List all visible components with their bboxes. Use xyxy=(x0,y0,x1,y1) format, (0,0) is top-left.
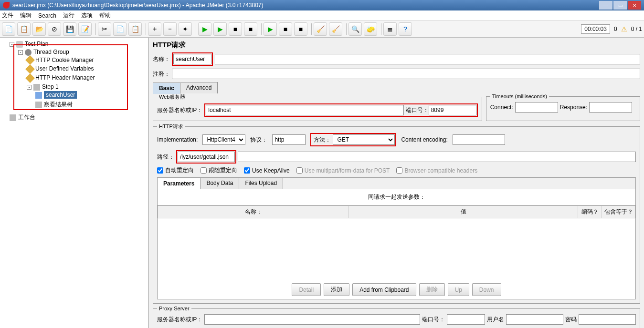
menu-file[interactable]: 文件 xyxy=(2,11,13,20)
menu-search[interactable]: Search xyxy=(38,12,56,19)
proxy-server-input[interactable] xyxy=(204,314,420,325)
http-request-fieldset: HTTP请求 Implementation: HttpClient4 协议： 方… xyxy=(153,123,640,304)
close-icon[interactable]: ⊘ xyxy=(48,22,61,36)
proxy-legend: Proxy Server xyxy=(157,306,191,311)
timer: 00:00:03 xyxy=(581,24,610,34)
config-tabs: Basic Advanced xyxy=(153,82,218,93)
tree-workbench[interactable]: 工作台 xyxy=(18,114,35,121)
cut-icon[interactable]: ✂ xyxy=(98,22,111,36)
tree-toggle[interactable]: - xyxy=(27,85,32,90)
minimize-button[interactable]: — xyxy=(599,1,612,10)
tab-basic[interactable]: Basic xyxy=(153,83,180,94)
open-icon[interactable]: 📂 xyxy=(32,22,46,36)
proxy-pass-input[interactable] xyxy=(579,314,636,325)
copy-icon[interactable]: 📄 xyxy=(113,22,127,36)
panel-heading: HTTP请求 xyxy=(153,41,640,50)
path-input-extend[interactable] xyxy=(238,152,636,162)
path-input[interactable] xyxy=(178,152,235,162)
delete-button[interactable]: 删除 xyxy=(419,283,445,296)
cb-follow-redirect[interactable]: 跟随重定向 xyxy=(201,166,237,174)
tree-threadgroup[interactable]: Thread Group xyxy=(33,49,69,55)
reset-search-icon[interactable]: 🧽 xyxy=(364,22,377,36)
tree-toggle[interactable]: - xyxy=(18,50,23,55)
menu-help[interactable]: 帮助 xyxy=(99,11,111,20)
tree-header-mgr[interactable]: HTTP Header Manager xyxy=(35,74,95,81)
editor-panel: HTTP请求 名称： 注释： Basic Advanced Web服务器 服务器… xyxy=(149,38,644,328)
tree-toggle[interactable]: - xyxy=(10,42,14,47)
server-label: 服务器名称或IP： xyxy=(157,106,202,114)
remote-start-icon[interactable]: ▶ xyxy=(264,22,277,36)
port-input[interactable] xyxy=(429,105,476,115)
menu-edit[interactable]: 编辑 xyxy=(20,11,32,20)
tree-user-vars[interactable]: User Defined Variables xyxy=(35,65,94,72)
proto-label: 协议： xyxy=(250,136,267,144)
tree-step1[interactable]: Step 1 xyxy=(42,83,59,90)
params-body[interactable] xyxy=(158,218,635,280)
name-input-extend[interactable] xyxy=(215,54,640,64)
proxy-user-input[interactable] xyxy=(506,314,563,325)
proxy-port-input[interactable] xyxy=(447,314,485,325)
save-as-icon[interactable]: 📝 xyxy=(78,22,92,36)
clear-all-icon[interactable]: 🧹 xyxy=(329,22,342,36)
help-icon[interactable]: ? xyxy=(399,22,412,36)
add-button[interactable]: 添加 xyxy=(324,283,349,296)
maximize-button[interactable]: ▭ xyxy=(613,1,627,10)
remote-stop-icon[interactable]: ■ xyxy=(279,22,292,36)
expand-icon[interactable]: ＋ xyxy=(148,22,161,36)
tab-body-data[interactable]: Body Data xyxy=(201,178,239,189)
cb-multipart[interactable]: Use multipart/form-data for POST xyxy=(296,167,390,174)
new-icon[interactable]: 📄 xyxy=(2,22,15,36)
tree-cookie-mgr[interactable]: HTTP Cookie Manager xyxy=(35,57,94,63)
sampler-icon xyxy=(35,92,42,99)
response-input[interactable] xyxy=(589,102,632,113)
toggle-icon[interactable]: ✦ xyxy=(179,22,192,36)
templates-icon[interactable]: 📋 xyxy=(17,22,31,36)
connect-input[interactable] xyxy=(515,102,558,113)
menu-run[interactable]: 运行 xyxy=(63,11,74,20)
comment-label: 注释： xyxy=(153,70,170,78)
tree-searchuser[interactable]: searchUser xyxy=(44,91,77,99)
up-button[interactable]: Up xyxy=(448,283,469,296)
tab-advanced[interactable]: Advanced xyxy=(180,82,218,93)
close-button[interactable]: ✕ xyxy=(628,1,641,10)
add-clipboard-button[interactable]: Add from Clipboard xyxy=(352,283,416,296)
tree-testplan[interactable]: Test Plan xyxy=(25,41,48,47)
shutdown-icon[interactable]: ■ xyxy=(244,22,257,36)
encoding-label: Content encoding: xyxy=(401,136,447,143)
remote-shutdown-icon[interactable]: ■ xyxy=(294,22,307,36)
proxy-server-label: 服务器名称或IP： xyxy=(157,316,202,324)
cb-keepalive[interactable]: Use KeepAlive xyxy=(244,167,290,174)
params-table: 同请求一起发送参数： 名称： 值 编码？ 包含等于？ Detail 添加 A xyxy=(157,189,636,299)
web-server-fieldset: Web服务器 服务器名称或IP： 端口号： xyxy=(153,93,482,121)
method-select[interactable]: GET xyxy=(333,134,395,145)
proto-input[interactable] xyxy=(272,134,306,145)
web-server-legend: Web服务器 xyxy=(157,93,187,101)
clear-icon[interactable]: 🧹 xyxy=(314,22,327,36)
detail-button[interactable]: Detail xyxy=(292,283,321,296)
tab-parameters[interactable]: Parameters xyxy=(158,178,201,189)
test-plan-tree[interactable]: -Test Plan -Thread Group HTTP Cookie Man… xyxy=(0,38,149,328)
function-helper-icon[interactable]: ≣ xyxy=(383,22,397,36)
titlebar: searUser.jmx (C:\Users\liuyazhuang\Deskt… xyxy=(0,0,644,10)
save-icon[interactable]: 💾 xyxy=(63,22,76,36)
impl-select[interactable]: HttpClient4 xyxy=(202,134,245,145)
tab-files-upload[interactable]: Files Upload xyxy=(239,178,283,189)
menu-options[interactable]: 选项 xyxy=(81,11,93,20)
down-button[interactable]: Down xyxy=(472,283,501,296)
cb-auto-redirect[interactable]: 自动重定向 xyxy=(157,166,194,174)
collapse-icon[interactable]: － xyxy=(163,22,177,36)
server-input[interactable] xyxy=(206,105,403,115)
cb-browser-compat[interactable]: Browser-compatible headers xyxy=(396,167,477,174)
encoding-input[interactable] xyxy=(453,134,505,145)
tree-view-results[interactable]: 察看结果树 xyxy=(44,101,73,108)
start-icon[interactable]: ▶ xyxy=(198,22,211,36)
stop-icon[interactable]: ■ xyxy=(229,22,242,36)
col-value: 值 xyxy=(349,206,578,218)
port-label: 端口号： xyxy=(406,106,429,114)
name-input[interactable] xyxy=(173,54,211,64)
comment-input[interactable] xyxy=(172,69,640,79)
col-name: 名称： xyxy=(158,206,349,218)
paste-icon[interactable]: 📋 xyxy=(128,22,142,36)
search-icon[interactable]: 🔍 xyxy=(348,22,362,36)
start-notimers-icon[interactable]: ▶ xyxy=(213,22,227,36)
